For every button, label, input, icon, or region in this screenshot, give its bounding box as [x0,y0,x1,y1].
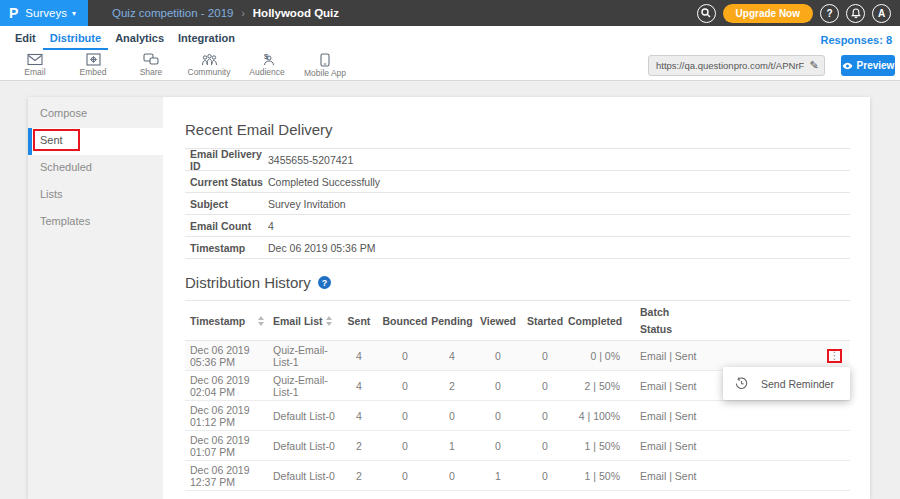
annotation-box-sent: Sent [33,129,80,151]
tab-distribute[interactable]: Distribute [43,32,108,50]
eye-icon [842,62,853,70]
row-menu-icon[interactable]: ⋮ [830,351,840,361]
breadcrumb-parent[interactable]: Quiz competition - 2019 [112,7,233,19]
distribution-history-title: Distribution History ? [185,274,850,291]
community-icon [201,53,218,66]
channel-share[interactable]: Share [122,53,180,77]
col-pending: Pending [430,315,474,327]
mobile-app-icon [320,53,330,67]
col-sent: Sent [338,315,380,327]
sidebar-item-sent-label: Sent [40,134,63,146]
col-batch-status: Batch Status [640,304,680,337]
channel-mobile-app[interactable]: Mobile App [296,53,354,78]
table-header-row: Timestamp Email List Sent Bounced Pendin… [185,301,850,341]
responses-count[interactable]: Responses: 8 [820,34,892,50]
email-icon [27,53,43,66]
table-row: Dec 06 2019 01:12 PM Default List-0 4 0 … [185,401,850,431]
row-context-menu: Send Reminder [723,367,850,400]
sidebar-item-templates[interactable]: Templates [28,209,163,236]
search-button[interactable] [697,4,716,23]
tab-analytics[interactable]: Analytics [108,32,171,50]
survey-url-field[interactable]: https://qa.questionpro.com/t/APNrFZf29 ✎ [648,55,825,76]
send-reminder-item[interactable]: Send Reminder [761,378,834,390]
top-actions: Upgrade Now ? A [697,0,900,26]
sidebar-item-compose[interactable]: Compose [28,101,163,128]
channel-audience[interactable]: $ Audience [238,53,296,77]
top-bar: P Surveys ▾ Quiz competition - 2019 › Ho… [0,0,900,26]
send-reminder-icon [735,377,748,390]
survey-url-text[interactable]: https://qa.questionpro.com/t/APNrFZf29 [649,60,804,71]
preview-button[interactable]: Preview [841,55,895,76]
edit-url-icon[interactable]: ✎ [804,59,824,72]
sidebar-item-lists[interactable]: Lists [28,182,163,209]
col-started: Started [522,315,568,327]
col-bounced: Bounced [380,315,430,327]
breadcrumb-separator-icon: › [241,8,244,19]
sent-main: Recent Email Delivery Email Delivery ID … [163,97,870,491]
sidebar-item-sent[interactable]: Sent [28,128,163,155]
channel-email[interactable]: Email [6,53,64,77]
help-button[interactable]: ? [820,4,839,23]
audience-icon: $ [259,53,276,66]
timestamp-row: Timestamp Dec 06 2019 05:36 PM [185,237,850,259]
bell-icon [851,8,861,19]
questionpro-logo-icon: P [9,5,18,21]
breadcrumb: Quiz competition - 2019 › Hollywood Quiz [112,0,339,26]
upgrade-now-button[interactable]: Upgrade Now [723,4,813,23]
preview-label: Preview [857,60,895,71]
delivery-id-row: Email Delivery ID 3455655-5207421 [185,149,850,171]
search-icon [701,8,711,18]
sent-sidebar: Compose Sent Scheduled Lists Templates [28,97,163,499]
recent-delivery-title: Recent Email Delivery [185,121,850,138]
table-row: Dec 06 2019 01:07 PM Default List-0 2 0 … [185,431,850,461]
help-icon[interactable]: ? [318,276,331,289]
content-panel: Compose Sent Scheduled Lists Templates R… [28,97,870,499]
surveys-menu-label: Surveys [25,7,67,19]
recent-delivery-table: Email Delivery ID 3455655-5207421 Curren… [185,148,850,259]
tab-edit[interactable]: Edit [8,32,43,50]
distribute-toolbar: Email Embed Share Community $ Audience M… [0,50,900,81]
col-viewed: Viewed [474,315,522,327]
sort-email-list-icon[interactable] [326,316,332,326]
account-avatar[interactable]: A [872,4,891,23]
notifications-button[interactable] [846,4,865,23]
current-status-row: Current Status Completed Successfully [185,171,850,193]
chevron-down-icon: ▾ [72,9,76,18]
surveys-menu[interactable]: P Surveys ▾ [0,0,88,26]
col-timestamp: Timestamp [190,315,245,327]
embed-icon [86,53,101,66]
tab-integration[interactable]: Integration [171,32,242,50]
channel-community[interactable]: Community [180,53,238,77]
channel-embed[interactable]: Embed [64,53,122,77]
sort-timestamp-icon[interactable] [258,316,264,326]
col-email-list: Email List [273,315,323,327]
email-count-row: Email Count 4 [185,215,850,237]
share-icon [143,53,159,66]
subject-row: Subject Survey Invitation [185,193,850,215]
sidebar-item-scheduled[interactable]: Scheduled [28,155,163,182]
col-completed: Completed [568,315,623,327]
breadcrumb-current: Hollywood Quiz [253,7,339,19]
survey-nav: Edit Distribute Analytics Integration Re… [0,26,900,50]
table-row: Dec 06 2019 12:37 PM Default List-0 2 0 … [185,461,850,491]
annotation-box-kebab: ⋮ [827,349,842,363]
